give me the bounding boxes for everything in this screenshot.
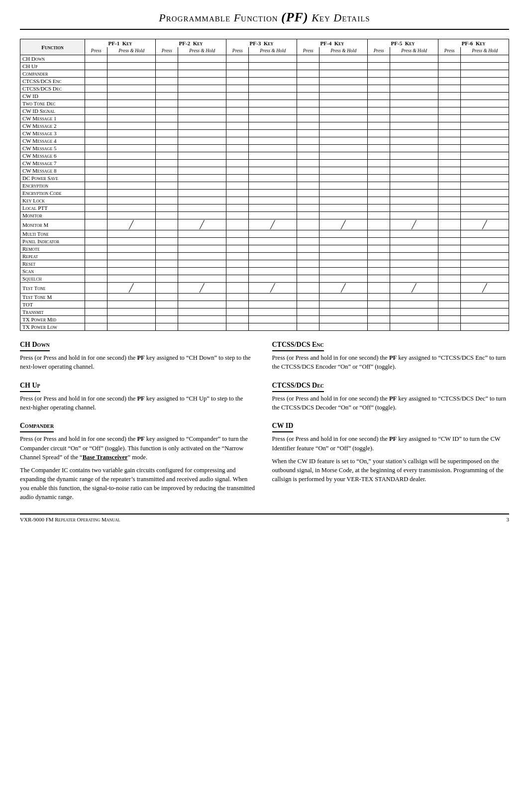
data-cell bbox=[107, 204, 156, 212]
data-cell bbox=[390, 190, 438, 197]
data-cell bbox=[107, 308, 156, 316]
data-cell bbox=[249, 182, 297, 190]
table-row: Two Tone Dec bbox=[20, 100, 509, 107]
data-cell bbox=[367, 55, 390, 63]
section-heading: CH Up bbox=[20, 381, 40, 392]
data-cell bbox=[226, 78, 248, 85]
pf3-header: PF-3 Key bbox=[226, 39, 297, 47]
data-cell bbox=[297, 145, 319, 152]
data-cell bbox=[297, 323, 319, 331]
data-cell bbox=[319, 230, 368, 238]
data-cell bbox=[438, 130, 460, 137]
table-row: CW Message 6 bbox=[20, 152, 509, 160]
data-cell bbox=[226, 100, 248, 107]
data-cell bbox=[390, 204, 438, 212]
data-cell bbox=[249, 253, 297, 260]
data-cell bbox=[249, 55, 297, 63]
data-cell bbox=[367, 301, 390, 308]
data-cell bbox=[107, 70, 156, 78]
data-cell bbox=[178, 63, 226, 70]
func-cell: CH Down bbox=[20, 55, 85, 63]
data-cell bbox=[390, 85, 438, 93]
data-cell: ╱ bbox=[107, 283, 156, 294]
data-cell bbox=[438, 122, 460, 130]
data-cell bbox=[107, 230, 156, 238]
data-cell bbox=[367, 160, 390, 167]
data-cell bbox=[297, 137, 319, 145]
data-cell bbox=[226, 55, 248, 63]
data-cell bbox=[107, 85, 156, 93]
data-cell bbox=[319, 190, 368, 197]
data-cell bbox=[226, 167, 248, 175]
data-cell bbox=[390, 182, 438, 190]
body-section: CH DownPress (or Press and hold in for o… bbox=[20, 340, 509, 506]
data-cell bbox=[107, 93, 156, 100]
data-cell bbox=[107, 145, 156, 152]
data-cell bbox=[155, 115, 178, 122]
func-cell: Remote bbox=[20, 245, 85, 253]
data-cell: ╱ bbox=[107, 219, 156, 230]
func-cell: CW Message 1 bbox=[20, 115, 85, 122]
data-cell bbox=[297, 100, 319, 107]
data-cell bbox=[319, 152, 368, 160]
data-cell bbox=[390, 212, 438, 219]
data-cell bbox=[226, 182, 248, 190]
data-cell bbox=[319, 85, 368, 93]
table-row: CW ID Signal bbox=[20, 107, 509, 115]
data-cell bbox=[249, 107, 297, 115]
data-cell bbox=[155, 93, 178, 100]
data-cell bbox=[85, 238, 107, 245]
table-row: Repeat bbox=[20, 253, 509, 260]
data-cell bbox=[178, 100, 226, 107]
page-title: Programmable Function (PF) Key Details bbox=[20, 10, 509, 30]
data-cell bbox=[461, 63, 509, 70]
section-paragraph: The Compander IC contains two variable g… bbox=[20, 466, 257, 502]
data-cell bbox=[249, 204, 297, 212]
data-cell bbox=[107, 175, 156, 182]
data-cell bbox=[249, 308, 297, 316]
data-cell bbox=[107, 137, 156, 145]
data-cell bbox=[249, 260, 297, 268]
data-cell bbox=[85, 152, 107, 160]
data-cell bbox=[178, 212, 226, 219]
func-cell: CW Message 5 bbox=[20, 145, 85, 152]
data-cell bbox=[107, 152, 156, 160]
data-cell bbox=[367, 238, 390, 245]
data-cell bbox=[297, 78, 319, 85]
data-cell bbox=[297, 245, 319, 253]
data-cell bbox=[438, 78, 460, 85]
data-cell: ╱ bbox=[319, 283, 368, 294]
data-cell bbox=[438, 230, 460, 238]
data-cell bbox=[390, 323, 438, 331]
data-cell bbox=[438, 245, 460, 253]
data-cell bbox=[367, 190, 390, 197]
data-cell bbox=[107, 107, 156, 115]
data-cell bbox=[85, 175, 107, 182]
data-cell bbox=[178, 152, 226, 160]
func-cell: TX Power Mid bbox=[20, 316, 85, 323]
section-paragraph: Press (or Press and hold in for one seco… bbox=[272, 434, 510, 452]
data-cell bbox=[85, 260, 107, 268]
data-cell bbox=[438, 219, 460, 230]
data-cell bbox=[178, 167, 226, 175]
data-cell bbox=[85, 93, 107, 100]
data-cell bbox=[107, 100, 156, 107]
data-cell: ╱ bbox=[178, 283, 226, 294]
data-cell bbox=[178, 197, 226, 204]
data-cell bbox=[438, 137, 460, 145]
data-cell bbox=[438, 301, 460, 308]
func-cell: Transmit bbox=[20, 308, 85, 316]
data-cell bbox=[461, 55, 509, 63]
table-row: Compander bbox=[20, 70, 509, 78]
data-cell bbox=[249, 78, 297, 85]
data-cell bbox=[107, 260, 156, 268]
data-cell bbox=[438, 294, 460, 301]
data-cell bbox=[367, 182, 390, 190]
data-cell bbox=[390, 137, 438, 145]
data-cell bbox=[249, 130, 297, 137]
data-cell bbox=[461, 107, 509, 115]
data-cell bbox=[178, 260, 226, 268]
data-cell bbox=[155, 204, 178, 212]
data-cell bbox=[85, 160, 107, 167]
data-cell bbox=[461, 316, 509, 323]
